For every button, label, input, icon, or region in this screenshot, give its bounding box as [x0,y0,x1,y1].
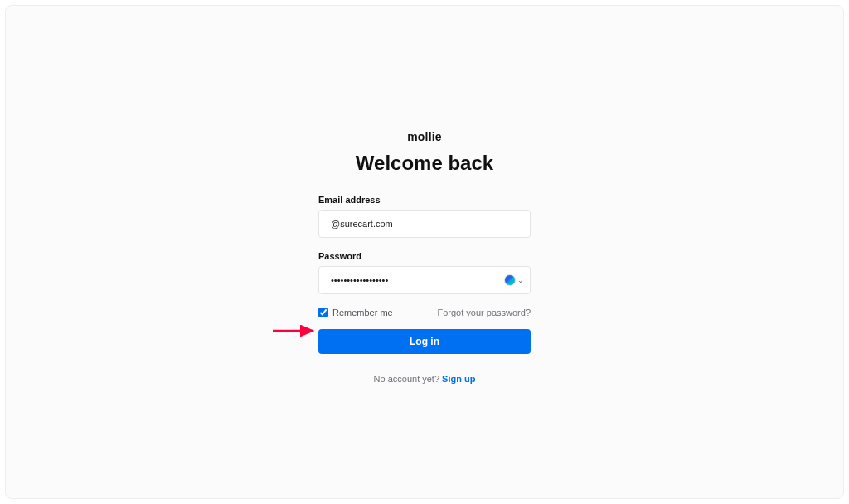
password-group: Password ⌄ [318,251,531,294]
login-page: mollie Welcome back Email address Passwo… [5,5,844,499]
email-group: Email address [318,195,531,238]
no-account-text: No account yet? [374,374,443,384]
login-button[interactable]: Log in [318,329,531,354]
signup-prompt: No account yet? Sign up [318,374,531,384]
email-label: Email address [318,195,531,205]
remember-checkbox[interactable] [318,308,328,317]
password-manager-icon [504,274,516,286]
brand-logo: mollie [407,130,442,143]
remember-label: Remember me [332,308,393,317]
remember-me[interactable]: Remember me [318,308,393,317]
password-wrapper: ⌄ [318,266,531,294]
chevron-down-icon: ⌄ [517,276,524,284]
options-row: Remember me Forgot your password? [318,308,531,317]
email-input[interactable] [318,210,531,238]
forgot-password-link[interactable]: Forgot your password? [438,308,531,317]
password-manager-indicator[interactable]: ⌄ [504,274,524,286]
page-title: Welcome back [356,152,493,175]
annotation-arrow-icon [271,322,321,339]
signup-link[interactable]: Sign up [442,374,475,384]
password-input[interactable] [318,266,531,294]
password-label: Password [318,251,531,261]
login-form: Email address Password ⌄ Remember me For… [318,195,531,384]
